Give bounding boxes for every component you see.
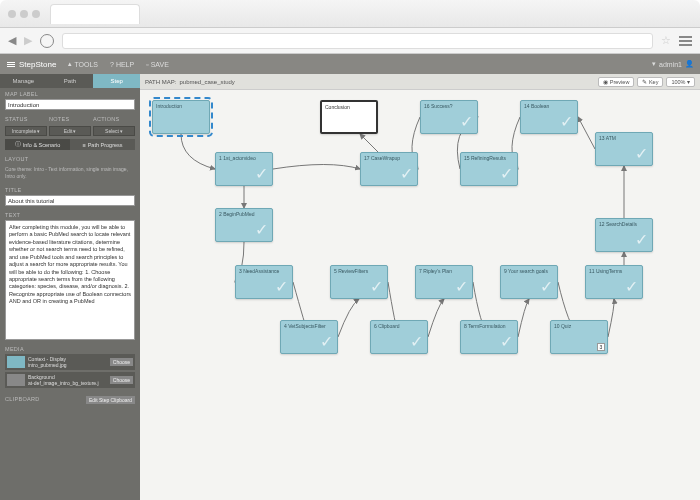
check-icon: ✓ <box>625 277 638 296</box>
app-name: StepStone <box>19 60 56 69</box>
node-review[interactable]: 5 ReviewFilters✓ <box>330 265 388 299</box>
help-menu[interactable]: ? HELP <box>110 61 134 68</box>
check-icon: ✓ <box>635 144 648 163</box>
status-dropdown[interactable]: Incomplete ▾ <box>5 126 47 136</box>
logo-icon <box>6 59 16 69</box>
media-file: intro_pubmed.jpg <box>28 362 107 368</box>
sidebar: Manage Path Step MAP LABEL STATUS NOTES … <box>0 74 140 500</box>
tab-manage[interactable]: Manage <box>0 74 47 88</box>
layout-heading: LAYOUT <box>5 156 135 162</box>
check-icon: ✓ <box>275 277 288 296</box>
map-label-heading: MAP LABEL <box>5 91 135 97</box>
window-dot <box>20 10 28 18</box>
path-progress-tab[interactable]: ≡ Path Progress <box>70 139 135 150</box>
tab-path[interactable]: Path <box>47 74 94 88</box>
node-ripley[interactable]: 7 Ripley's Plan✓ <box>415 265 473 299</box>
browser-toolbar: ◀ ▶ ☆ <box>0 28 700 54</box>
status-heading: STATUS <box>5 116 47 122</box>
tools-menu[interactable]: ▴ TOOLS <box>68 60 98 68</box>
title-input[interactable] <box>5 195 135 206</box>
user-icon: 👤 <box>685 60 694 68</box>
user-menu[interactable]: ▾ admin1 👤 <box>652 60 694 68</box>
browser-tab-strip <box>0 0 700 28</box>
save-button[interactable]: ▫ SAVE <box>146 61 169 68</box>
media-heading: MEDIA <box>5 346 135 352</box>
media-row: Context - Displayintro_pubmed.jpg Choose <box>5 354 135 370</box>
node-term[interactable]: 8 TermFormulation✓ <box>460 320 518 354</box>
text-heading: TEXT <box>5 212 135 218</box>
notes-dropdown[interactable]: Edit ▾ <box>49 126 91 136</box>
node-conclusion[interactable]: Conclusion <box>320 100 378 134</box>
text-editor[interactable]: After completing this module, you will b… <box>5 220 135 340</box>
media-thumb <box>7 374 25 386</box>
check-icon: ✓ <box>500 164 513 183</box>
media-thumb <box>7 356 25 368</box>
clipboard-heading: CLIPBOARD <box>5 396 40 402</box>
node-begin[interactable]: 2 BeginPubMed✓ <box>215 208 273 242</box>
path-canvas[interactable]: IntroductionConclusion16 Success?✓14 Boo… <box>140 90 700 500</box>
node-atm[interactable]: 13 ATM✓ <box>595 132 653 166</box>
check-icon: ✓ <box>370 277 383 296</box>
bookmark-icon[interactable]: ☆ <box>661 34 671 47</box>
info-scenario-tab[interactable]: ⓘ Info & Scenario <box>5 139 70 150</box>
title-heading: TITLE <box>5 187 135 193</box>
back-icon[interactable]: ◀ <box>8 34 16 47</box>
chevron-down-icon: ▾ <box>652 60 656 68</box>
key-button[interactable]: ✎ Key <box>637 77 663 87</box>
media-row: Backgroundat-def_image_intro_bg_texture.… <box>5 372 135 388</box>
node-refine[interactable]: 15 RefiningResults✓ <box>460 152 518 186</box>
reload-icon[interactable] <box>40 34 54 48</box>
layout-description: Core theme: Intro - Text information, si… <box>5 164 135 181</box>
user-name: admin1 <box>659 61 682 68</box>
check-icon: ✓ <box>460 112 473 131</box>
node-actor[interactable]: 1 1st_actorvideo✓ <box>215 152 273 186</box>
node-goals[interactable]: 9 Your search goals✓ <box>500 265 558 299</box>
map-label-input[interactable] <box>5 99 135 110</box>
node-clip[interactable]: 6 Clipboard✓ <box>370 320 428 354</box>
node-badge: 3 <box>597 343 605 351</box>
check-icon: ✓ <box>540 277 553 296</box>
node-vet[interactable]: 4 VetSubjectsFilter✓ <box>280 320 338 354</box>
actions-dropdown[interactable]: Select ▾ <box>93 126 135 136</box>
check-icon: ✓ <box>255 164 268 183</box>
forward-icon[interactable]: ▶ <box>24 34 32 47</box>
path-name: pubmed_case_study <box>179 79 234 85</box>
media-file: at-def_image_intro_bg_texture.j <box>28 380 107 386</box>
path-label: PATH MAP: <box>145 79 176 85</box>
window-dot <box>32 10 40 18</box>
window-dot <box>8 10 16 18</box>
node-casewrap[interactable]: 17 CaseWrapup✓ <box>360 152 418 186</box>
hamburger-icon[interactable] <box>679 36 692 46</box>
clipboard-button[interactable]: Edit Step Clipboard <box>86 396 135 404</box>
path-header: PATH MAP: pubmed_case_study ◉ Preview ✎ … <box>140 74 700 90</box>
node-boolean[interactable]: 14 Boolean✓ <box>520 100 578 134</box>
choose-button[interactable]: Choose <box>110 376 133 384</box>
notes-heading: NOTES <box>49 116 91 122</box>
check-icon: ✓ <box>635 230 648 249</box>
check-icon: ✓ <box>500 332 513 351</box>
app-topbar: StepStone ▴ TOOLS ? HELP ▫ SAVE ▾ admin1… <box>0 54 700 74</box>
check-icon: ✓ <box>320 332 333 351</box>
node-need[interactable]: 3 NeedAssistance✓ <box>235 265 293 299</box>
url-bar[interactable] <box>62 33 653 49</box>
node-success[interactable]: 16 Success?✓ <box>420 100 478 134</box>
node-using[interactable]: 11 UsingTerms✓ <box>585 265 643 299</box>
check-icon: ✓ <box>560 112 573 131</box>
choose-button[interactable]: Choose <box>110 358 133 366</box>
node-quiz[interactable]: 10 Quiz3 <box>550 320 608 354</box>
preview-button[interactable]: ◉ Preview <box>598 77 634 87</box>
zoom-dropdown[interactable]: 100% ▾ <box>666 77 695 87</box>
actions-heading: ACTIONS <box>93 116 135 122</box>
node-searchd[interactable]: 12 SearchDetails✓ <box>595 218 653 252</box>
check-icon: ✓ <box>455 277 468 296</box>
browser-tab[interactable] <box>50 4 140 24</box>
tab-step[interactable]: Step <box>93 74 140 88</box>
check-icon: ✓ <box>410 332 423 351</box>
brand: StepStone <box>6 59 56 69</box>
check-icon: ✓ <box>255 220 268 239</box>
check-icon: ✓ <box>400 164 413 183</box>
node-intro[interactable]: Introduction <box>152 100 210 134</box>
